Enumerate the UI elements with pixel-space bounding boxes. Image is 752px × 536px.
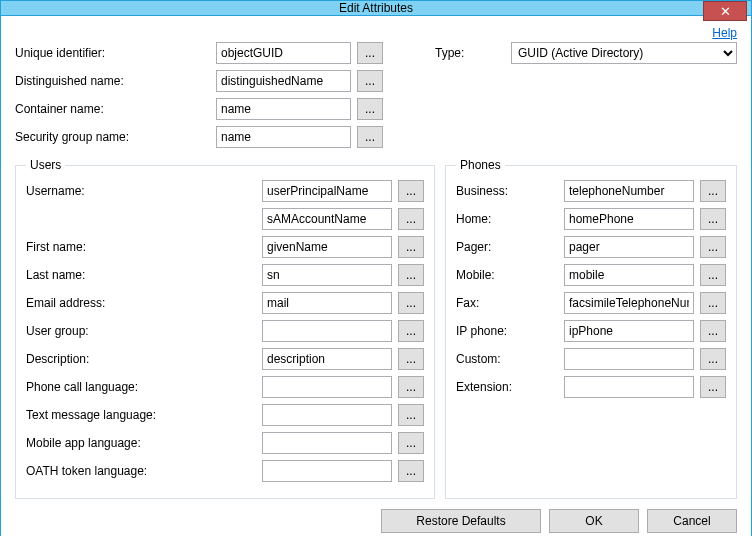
user-row-firstname: First name: ...	[26, 236, 424, 258]
restore-defaults-button[interactable]: Restore Defaults	[381, 509, 541, 533]
cancel-button[interactable]: Cancel	[647, 509, 737, 533]
container-name-browse-button[interactable]: ...	[357, 98, 383, 120]
type-label: Type:	[435, 46, 505, 60]
user-row-username: Username: ...	[26, 180, 424, 202]
unique-identifier-label: Unique identifier:	[15, 46, 210, 60]
type-select[interactable]: GUID (Active Directory)	[511, 42, 737, 64]
user-row-email: Email address: ...	[26, 292, 424, 314]
phones-fieldset: Phones Business: ... Home: ... Pager: ..…	[445, 158, 737, 499]
description-browse-button[interactable]: ...	[398, 348, 424, 370]
usergroup-label: User group:	[26, 324, 256, 338]
ok-button[interactable]: OK	[549, 509, 639, 533]
help-link[interactable]: Help	[712, 26, 737, 40]
home-input[interactable]	[564, 208, 694, 230]
email-label: Email address:	[26, 296, 256, 310]
mobile-input[interactable]	[564, 264, 694, 286]
unique-identifier-input[interactable]	[216, 42, 351, 64]
top-grid: Unique identifier: ... Type: GUID (Activ…	[15, 42, 737, 148]
phone-row-ipphone: IP phone: ...	[456, 320, 726, 342]
textlang-input[interactable]	[262, 404, 392, 426]
custom-label: Custom:	[456, 352, 558, 366]
fax-browse-button[interactable]: ...	[700, 292, 726, 314]
phonelang-input[interactable]	[262, 376, 392, 398]
user-row-username2: ...	[26, 208, 424, 230]
close-icon: ✕	[720, 5, 731, 18]
phone-row-custom: Custom: ...	[456, 348, 726, 370]
fax-input[interactable]	[564, 292, 694, 314]
applang-input[interactable]	[262, 432, 392, 454]
users-fieldset: Users Username: ... ... First name: ...	[15, 158, 435, 499]
lastname-input[interactable]	[262, 264, 392, 286]
user-row-oathlang: OATH token language: ...	[26, 460, 424, 482]
container-name-input[interactable]	[216, 98, 351, 120]
phone-row-business: Business: ...	[456, 180, 726, 202]
distinguished-name-label: Distinguished name:	[15, 74, 210, 88]
applang-browse-button[interactable]: ...	[398, 432, 424, 454]
security-group-input[interactable]	[216, 126, 351, 148]
user-row-textlang: Text message language: ...	[26, 404, 424, 426]
window: Edit Attributes ✕ Help Unique identifier…	[0, 0, 752, 536]
window-title: Edit Attributes	[1, 1, 751, 15]
home-label: Home:	[456, 212, 558, 226]
firstname-input[interactable]	[262, 236, 392, 258]
users-legend: Users	[26, 158, 65, 172]
phone-row-fax: Fax: ...	[456, 292, 726, 314]
custom-browse-button[interactable]: ...	[700, 348, 726, 370]
phone-row-mobile: Mobile: ...	[456, 264, 726, 286]
phone-row-home: Home: ...	[456, 208, 726, 230]
firstname-label: First name:	[26, 240, 256, 254]
ipphone-label: IP phone:	[456, 324, 558, 338]
email-input[interactable]	[262, 292, 392, 314]
usergroup-browse-button[interactable]: ...	[398, 320, 424, 342]
user-row-lastname: Last name: ...	[26, 264, 424, 286]
extension-label: Extension:	[456, 380, 558, 394]
security-group-label: Security group name:	[15, 130, 210, 144]
user-row-usergroup: User group: ...	[26, 320, 424, 342]
textlang-browse-button[interactable]: ...	[398, 404, 424, 426]
textlang-label: Text message language:	[26, 408, 256, 422]
pager-input[interactable]	[564, 236, 694, 258]
client-area: Help Unique identifier: ... Type: GUID (…	[1, 16, 751, 536]
usergroup-input[interactable]	[262, 320, 392, 342]
user-row-applang: Mobile app language: ...	[26, 432, 424, 454]
phonelang-browse-button[interactable]: ...	[398, 376, 424, 398]
mobile-label: Mobile:	[456, 268, 558, 282]
unique-identifier-browse-button[interactable]: ...	[357, 42, 383, 64]
help-row: Help	[15, 26, 737, 40]
email-browse-button[interactable]: ...	[398, 292, 424, 314]
distinguished-name-input[interactable]	[216, 70, 351, 92]
container-name-label: Container name:	[15, 102, 210, 116]
phones-legend: Phones	[456, 158, 505, 172]
fax-label: Fax:	[456, 296, 558, 310]
pager-label: Pager:	[456, 240, 558, 254]
business-input[interactable]	[564, 180, 694, 202]
ipphone-browse-button[interactable]: ...	[700, 320, 726, 342]
username-input[interactable]	[262, 180, 392, 202]
username2-input[interactable]	[262, 208, 392, 230]
username-browse-button[interactable]: ...	[398, 180, 424, 202]
security-group-browse-button[interactable]: ...	[357, 126, 383, 148]
business-browse-button[interactable]: ...	[700, 180, 726, 202]
custom-input[interactable]	[564, 348, 694, 370]
phone-row-extension: Extension: ...	[456, 376, 726, 398]
close-button[interactable]: ✕	[703, 1, 747, 21]
oathlang-input[interactable]	[262, 460, 392, 482]
home-browse-button[interactable]: ...	[700, 208, 726, 230]
distinguished-name-browse-button[interactable]: ...	[357, 70, 383, 92]
ipphone-input[interactable]	[564, 320, 694, 342]
oathlang-browse-button[interactable]: ...	[398, 460, 424, 482]
username2-browse-button[interactable]: ...	[398, 208, 424, 230]
lastname-browse-button[interactable]: ...	[398, 264, 424, 286]
pager-browse-button[interactable]: ...	[700, 236, 726, 258]
user-row-phonelang: Phone call language: ...	[26, 376, 424, 398]
applang-label: Mobile app language:	[26, 436, 256, 450]
extension-input[interactable]	[564, 376, 694, 398]
phone-row-pager: Pager: ...	[456, 236, 726, 258]
mobile-browse-button[interactable]: ...	[700, 264, 726, 286]
lastname-label: Last name:	[26, 268, 256, 282]
firstname-browse-button[interactable]: ...	[398, 236, 424, 258]
user-row-description: Description: ...	[26, 348, 424, 370]
business-label: Business:	[456, 184, 558, 198]
extension-browse-button[interactable]: ...	[700, 376, 726, 398]
description-input[interactable]	[262, 348, 392, 370]
